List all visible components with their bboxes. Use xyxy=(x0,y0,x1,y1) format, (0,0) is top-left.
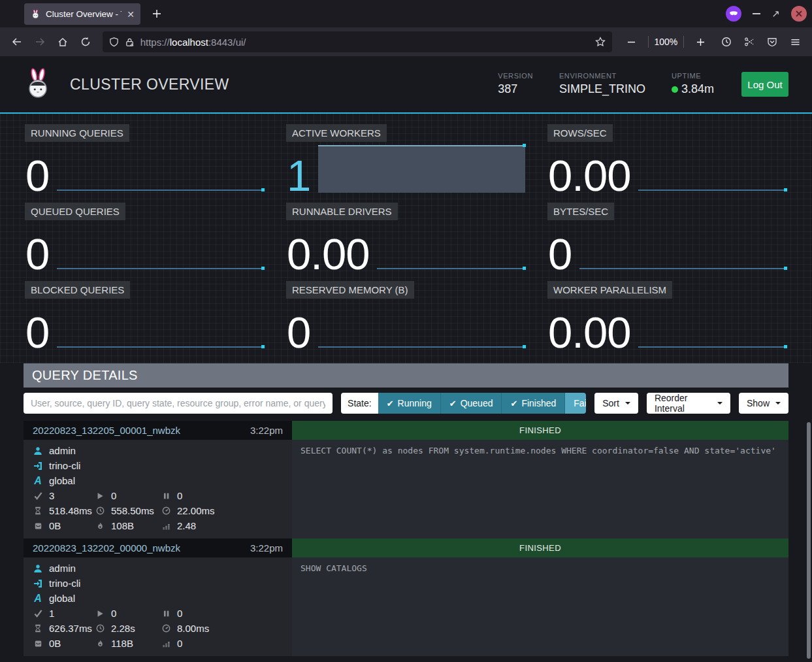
pocket-shield-icon[interactable] xyxy=(762,31,783,52)
sort-dropdown[interactable]: Sort xyxy=(594,393,638,414)
metric-value: 0.00 xyxy=(287,237,369,271)
running-splits: 0 xyxy=(111,608,116,619)
query-resource-group: global xyxy=(49,593,75,604)
history-clock-icon[interactable] xyxy=(716,31,736,52)
cpu-time: 8.00ms xyxy=(177,623,209,634)
home-icon[interactable] xyxy=(52,31,73,52)
user-icon xyxy=(33,564,43,573)
logout-button[interactable]: Log Out xyxy=(741,72,788,97)
forward-icon[interactable] xyxy=(29,31,50,52)
tab-title: Cluster Overview - Trino xyxy=(46,9,122,19)
total-time-clock-icon xyxy=(95,506,105,515)
uptime-meta: UPTIME 3.84m xyxy=(672,72,714,96)
url-bar[interactable]: https://localhost:8443/ui/ xyxy=(103,31,612,52)
metric-value: 0 xyxy=(25,316,49,350)
metric-card-worker-parallelism: WORKER PARALLELISM 0.00 xyxy=(546,280,788,352)
sparkline xyxy=(377,268,525,269)
running-splits-play-icon xyxy=(95,492,105,500)
new-tab-button[interactable] xyxy=(148,5,166,23)
source-signin-icon xyxy=(33,461,43,471)
cumulative-memory: 0 xyxy=(177,638,182,649)
zoom-in-icon[interactable] xyxy=(690,31,711,52)
metric-card-runnable-drivers: RUNNABLE DRIVERS 0.00 xyxy=(285,201,527,273)
metric-value: 0 xyxy=(25,159,49,193)
chevron-down-icon xyxy=(625,402,630,405)
chevron-down-icon xyxy=(717,402,723,405)
cpu-time-gauge-icon xyxy=(161,624,171,633)
state-filter-label: State: xyxy=(341,393,378,414)
screenshot-scissors-icon[interactable] xyxy=(739,31,759,52)
zoom-level[interactable]: 100% xyxy=(655,37,678,47)
resource-group-road-icon: A xyxy=(33,593,43,604)
trino-favicon xyxy=(30,9,41,19)
query-resource-group: global xyxy=(49,475,75,486)
queued-splits-pause-icon xyxy=(161,610,171,618)
elapsed-time: 626.37ms xyxy=(49,623,92,634)
metric-card-blocked-queries: BLOCKED QUERIES 0 xyxy=(24,280,266,352)
current-memory: 0B xyxy=(49,520,61,531)
state-filter-failed-dropdown[interactable]: Failed xyxy=(564,393,586,414)
query-row-header: 20220823_132202_00000_nwbzk 3:22pm FINIS… xyxy=(24,538,788,557)
query-search-input[interactable] xyxy=(24,393,333,414)
user-icon xyxy=(33,446,43,455)
check-icon: ✔ xyxy=(510,399,517,408)
metric-value: 1 xyxy=(287,159,310,193)
window-minimize-button[interactable] xyxy=(753,13,760,14)
query-user: admin xyxy=(49,563,76,574)
show-dropdown[interactable]: Show xyxy=(739,393,788,414)
sparkline xyxy=(318,346,525,348)
queued-splits-pause-icon xyxy=(161,492,171,500)
back-icon[interactable] xyxy=(7,31,27,52)
browser-tab[interactable]: Cluster Overview - Trino ✕ xyxy=(24,3,140,25)
state-filter-finished[interactable]: ✔ Finished xyxy=(501,393,564,414)
bookmark-star-icon[interactable] xyxy=(595,37,606,47)
query-sql-text: SELECT COUNT(*) as nodes FROM system.run… xyxy=(292,440,788,538)
sparkline xyxy=(318,145,525,193)
total-time: 2.28s xyxy=(111,623,135,634)
menu-hamburger-icon[interactable] xyxy=(785,31,805,52)
window-restore-button[interactable] xyxy=(771,10,780,18)
lock-warning-icon[interactable] xyxy=(125,37,135,47)
version-value: 387 xyxy=(498,82,533,96)
metric-value: 0 xyxy=(25,237,49,271)
scrollbar[interactable] xyxy=(807,422,811,659)
reload-icon[interactable] xyxy=(76,31,96,52)
peak-memory: 118B xyxy=(111,638,133,649)
query-row: admin trino-cli Aglobal 3 0 0 518.48ms 5… xyxy=(24,440,788,538)
current-memory-disk-icon xyxy=(33,640,43,648)
metric-value: 0 xyxy=(548,237,572,271)
browser-tab-bar: Cluster Overview - Trino ✕ xyxy=(0,0,812,27)
tab-close-icon[interactable]: ✕ xyxy=(127,10,135,19)
environment-meta: ENVIRONMENT SIMPLE_TRINO xyxy=(559,72,645,96)
total-time: 558.50ms xyxy=(111,505,154,516)
current-memory-disk-icon xyxy=(33,522,43,530)
metric-value: 0.00 xyxy=(548,316,630,350)
metric-card-active-workers: ACTIVE WORKERS 1 xyxy=(285,123,527,195)
elapsed-time: 518.48ms xyxy=(49,505,92,516)
environment-value: SIMPLE_TRINO xyxy=(559,82,645,96)
url-text[interactable]: https://localhost:8443/ui/ xyxy=(140,37,246,48)
query-id-link[interactable]: 20220823_132202_00000_nwbzk xyxy=(33,542,180,554)
query-source: trino-cli xyxy=(49,460,80,471)
uptime-status-dot xyxy=(672,86,678,93)
reorder-interval-dropdown[interactable]: Reorder Interval xyxy=(647,393,730,414)
metric-card-rows-sec: ROWS/SEC 0.00 xyxy=(546,123,788,195)
cluster-metrics-section: RUNNING QUERIES 0 ACTIVE WORKERS 1 ROWS/… xyxy=(0,114,812,363)
page-title: CLUSTER OVERVIEW xyxy=(70,76,229,93)
peak-memory-flame-icon xyxy=(95,521,105,530)
metric-value: 0.00 xyxy=(548,159,630,193)
state-filter-running[interactable]: ✔ Running xyxy=(378,393,440,414)
state-filter-queued[interactable]: ✔ Queued xyxy=(440,393,502,414)
browser-toolbar: https://localhost:8443/ui/ 100% xyxy=(0,27,812,56)
query-sql-text: SHOW CATALOGS xyxy=(292,557,788,656)
peak-memory-flame-icon xyxy=(95,639,105,648)
metric-card-bytes-sec: BYTES/SEC 0 xyxy=(546,201,788,273)
running-splits-play-icon xyxy=(95,610,105,618)
query-id-link[interactable]: 20220823_132205_00001_nwbzk xyxy=(33,425,180,436)
query-user: admin xyxy=(49,445,76,456)
zoom-out-icon[interactable] xyxy=(621,31,642,52)
query-source: trino-cli xyxy=(49,578,80,589)
window-close-button[interactable] xyxy=(791,6,807,22)
cpu-time: 22.00ms xyxy=(177,505,215,516)
shield-icon[interactable] xyxy=(109,37,119,47)
